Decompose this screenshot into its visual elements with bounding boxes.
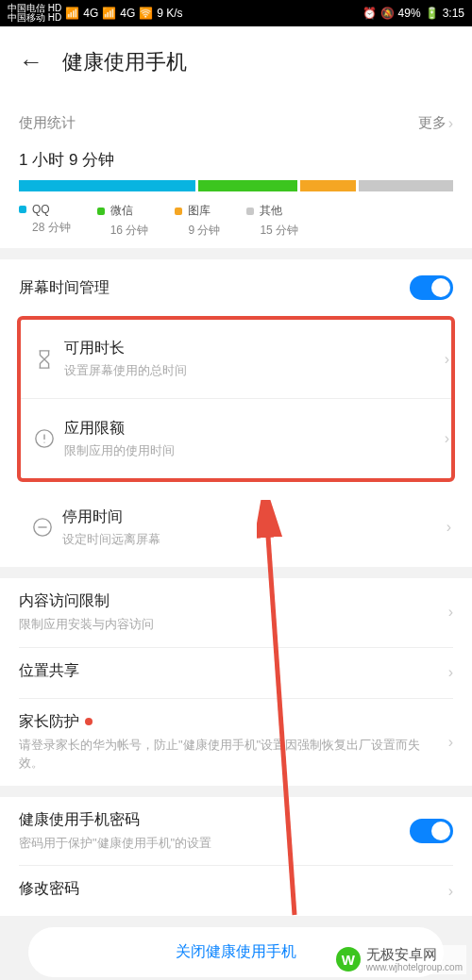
signal-icon: 📶: [65, 7, 79, 20]
chevron-right-icon: ›: [448, 883, 453, 900]
screen-time-toggle[interactable]: [410, 275, 453, 300]
bar-segment-wechat: [198, 180, 297, 191]
alarm-icon: ⏰: [362, 7, 377, 20]
legend-item: 图库 9 分钟: [175, 203, 220, 239]
change-password-row[interactable]: 修改密码 ›: [19, 866, 453, 916]
legend: QQ 28 分钟 微信 16 分钟 图库 9 分钟 其他 15 分钟: [19, 203, 453, 239]
usage-stats-section: 使用统计 更多 › 1 小时 9 分钟 QQ 28 分钟 微信 16 分钟 图库…: [0, 97, 472, 248]
chevron-right-icon: ›: [448, 734, 453, 751]
signal-icon: 📶: [102, 7, 116, 20]
wifi-icon: 🛜: [139, 7, 153, 20]
screen-time-toggle-row: 屏幕时间管理: [19, 259, 453, 316]
battery-icon: 🔋: [425, 7, 439, 20]
status-left: 中国电信 HD 中国移动 HD 📶 4G 📶 4G 🛜 9 K/s: [8, 4, 183, 23]
notification-dot-icon: [85, 718, 93, 725]
watermark-logo-icon: [336, 947, 361, 972]
content-restriction-row[interactable]: 内容访问限制 限制应用安装与内容访问 ›: [19, 578, 453, 648]
bar-segment-gallery: [300, 180, 356, 191]
more-button[interactable]: 更多 ›: [418, 114, 453, 132]
app-limit-row[interactable]: 应用限额 限制应用的使用时间 ›: [21, 399, 451, 478]
page-title: 健康使用手机: [62, 48, 187, 76]
watermark: 无极安卓网 www.wjhotelgroup.com: [332, 945, 466, 975]
chevron-right-icon: ›: [445, 351, 449, 368]
restrictions-section: 内容访问限制 限制应用安装与内容访问 › 位置共享 › 家长防护 请登录家长的华…: [0, 578, 472, 786]
chevron-right-icon: ›: [448, 664, 453, 681]
chevron-right-icon: ›: [448, 604, 453, 621]
location-sharing-row[interactable]: 位置共享 ›: [19, 648, 453, 699]
legend-item: 微信 16 分钟: [97, 203, 149, 239]
legend-dot-icon: [97, 208, 105, 215]
back-button[interactable]: ←: [19, 47, 43, 76]
bar-segment-other: [359, 180, 453, 191]
status-bar: 中国电信 HD 中国移动 HD 📶 4G 📶 4G 🛜 9 K/s ⏰ 🔕 49…: [0, 0, 472, 26]
legend-dot-icon: [246, 208, 254, 215]
screen-time-management-section: 屏幕时间管理 可用时长 设置屏幕使用的总时间 › 应用限额 限制应用的使用时间 …: [0, 259, 472, 567]
stats-label: 使用统计: [19, 114, 76, 132]
password-section: 健康使用手机密码 密码用于保护"健康使用手机"的设置 修改密码 ›: [0, 797, 472, 917]
total-time: 1 小时 9 分钟: [19, 149, 453, 171]
page-header: ← 健康使用手机: [0, 26, 472, 97]
available-time-row[interactable]: 可用时长 设置屏幕使用的总时间 ›: [21, 320, 451, 399]
downtime-row[interactable]: 停用时间 设定时间远离屏幕 ›: [19, 488, 453, 567]
chevron-right-icon: ›: [448, 115, 453, 132]
chevron-right-icon: ›: [445, 430, 449, 447]
password-toggle-row: 健康使用手机密码 密码用于保护"健康使用手机"的设置: [19, 797, 453, 867]
status-right: ⏰ 🔕 49% 🔋 3:15: [362, 7, 464, 20]
highlight-annotation: 可用时长 设置屏幕使用的总时间 › 应用限额 限制应用的使用时间 ›: [17, 316, 455, 482]
password-toggle[interactable]: [410, 819, 453, 843]
legend-item: QQ 28 分钟: [19, 203, 71, 239]
minus-circle-icon: [23, 517, 62, 538]
legend-item: 其他 15 分钟: [246, 203, 298, 239]
usage-bar-chart: [19, 180, 453, 191]
bar-segment-qq: [19, 180, 195, 191]
hourglass-icon: [25, 349, 64, 370]
mute-icon: 🔕: [380, 7, 395, 20]
parental-protection-row[interactable]: 家长防护 请登录家长的华为帐号，防止"健康使用手机"设置因强制恢复出厂设置而失效…: [19, 699, 453, 786]
legend-dot-icon: [19, 206, 26, 213]
chevron-right-icon: ›: [447, 519, 451, 536]
legend-dot-icon: [175, 208, 182, 215]
warning-circle-icon: [25, 428, 64, 449]
